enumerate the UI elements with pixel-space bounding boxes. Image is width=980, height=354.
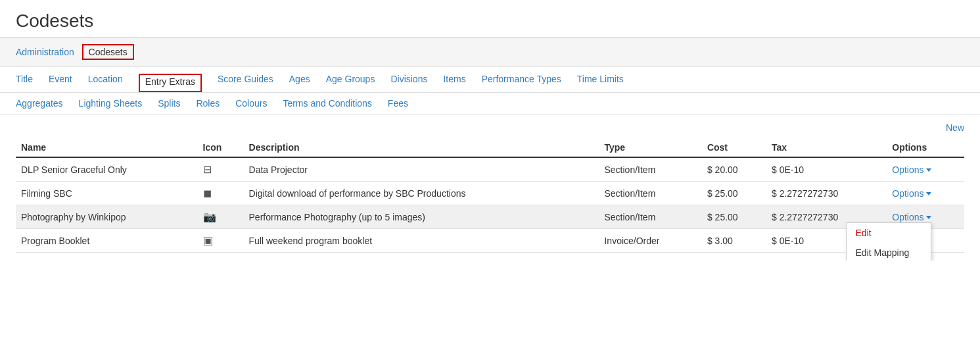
page-header: Codesets	[0, 0, 980, 37]
book-icon: ▣	[203, 235, 213, 246]
row-options: Options	[887, 182, 964, 205]
row-icon: 📷	[198, 205, 244, 229]
tab-colours[interactable]: Colours	[235, 98, 267, 114]
nav-row2: Aggregates Lighting Sheets Splits Roles …	[0, 93, 980, 114]
row-type: Section/Item	[599, 182, 701, 205]
tab-time-limits[interactable]: Time Limits	[577, 74, 624, 92]
table-row: DLP Senior Graceful Only ⊟ Data Projecto…	[16, 157, 964, 182]
row-cost: $ 25.00	[702, 182, 766, 205]
table-header-row: Name Icon Description Type Cost Tax Opti…	[16, 138, 964, 157]
row-type: Invoice/Order	[599, 229, 701, 253]
tab-roles[interactable]: Roles	[196, 98, 220, 114]
tab-location[interactable]: Location	[88, 74, 123, 92]
breadcrumb-separator	[77, 47, 80, 57]
row-description: Digital download of performance by SBC P…	[244, 182, 599, 205]
tab-age-groups[interactable]: Age Groups	[326, 74, 375, 92]
tab-aggregates[interactable]: Aggregates	[16, 98, 63, 114]
row-cost: $ 3.00	[702, 229, 766, 253]
options-button[interactable]: Options	[892, 212, 931, 222]
col-options: Options	[887, 138, 964, 157]
row-name: Photography by Winkipop	[16, 205, 198, 229]
content-area: New Name Icon Description Type Cost Tax …	[0, 114, 980, 261]
tab-terms[interactable]: Terms and Conditions	[283, 98, 371, 114]
tab-splits[interactable]: Splits	[158, 98, 180, 114]
breadcrumb-current: Codesets	[82, 44, 134, 60]
col-description: Description	[244, 138, 599, 157]
caret-icon	[926, 216, 931, 219]
row-type: Section/Item	[599, 157, 701, 182]
col-tax: Tax	[766, 138, 887, 157]
breadcrumb-admin-link[interactable]: Administration	[16, 47, 74, 57]
row-description: Data Projector	[244, 157, 599, 182]
tab-lighting-sheets[interactable]: Lighting Sheets	[79, 98, 143, 114]
codesets-table: Name Icon Description Type Cost Tax Opti…	[16, 138, 964, 253]
row-tax: $ 0E-10	[766, 157, 887, 182]
row-cost: $ 25.00	[702, 205, 766, 229]
row-type: Section/Item	[599, 205, 701, 229]
new-link-row: New	[16, 122, 964, 133]
row-name: DLP Senior Graceful Only	[16, 157, 198, 182]
table-row: Photography by Winkipop 📷 Performance Ph…	[16, 205, 964, 229]
film-icon: ⊟	[203, 164, 212, 175]
row-name: Program Booklet	[16, 229, 198, 253]
row-tax: $ 2.2727272730	[766, 182, 887, 205]
page-title: Codesets	[16, 11, 964, 32]
options-button[interactable]: Options	[892, 188, 931, 199]
tab-entry-extras[interactable]: Entry Extras	[139, 74, 202, 92]
row-description: Full weekend program booklet	[244, 229, 599, 253]
tab-performance-types[interactable]: Performance Types	[482, 74, 561, 92]
row-name: Filming SBC	[16, 182, 198, 205]
nav-row1: Title Event Location Entry Extras Score …	[0, 67, 980, 93]
col-cost: Cost	[702, 138, 766, 157]
breadcrumb: Administration Codesets	[0, 38, 980, 67]
caret-icon	[926, 168, 931, 172]
tab-event[interactable]: Event	[49, 74, 72, 92]
tab-fees[interactable]: Fees	[388, 98, 408, 114]
row-cost: $ 20.00	[702, 157, 766, 182]
row-options: Options	[887, 157, 964, 182]
new-link[interactable]: New	[946, 122, 964, 133]
edit-mapping-option[interactable]: Edit Mapping	[847, 243, 931, 261]
tab-items[interactable]: Items	[443, 74, 465, 92]
row-icon: ▣	[198, 229, 244, 253]
row-description: Performance Photography (up to 5 images)	[244, 205, 599, 229]
tab-score-guides[interactable]: Score Guides	[218, 74, 273, 92]
col-type: Type	[599, 138, 701, 157]
tab-ages[interactable]: Ages	[289, 74, 310, 92]
caret-icon	[926, 192, 931, 195]
row-icon: ⊟	[198, 157, 244, 182]
options-dropdown[interactable]: Options Edit Edit Mapping Delete	[892, 212, 931, 222]
row-icon: ◼	[198, 182, 244, 205]
tab-title[interactable]: Title	[16, 74, 33, 92]
table-row: Program Booklet ▣ Full weekend program b…	[16, 229, 964, 253]
row-options: Options Edit Edit Mapping Delete	[887, 205, 964, 229]
col-name: Name	[16, 138, 198, 157]
table-row: Filming SBC ◼ Digital download of perfor…	[16, 182, 964, 205]
col-icon: Icon	[198, 138, 244, 157]
video-icon: ◼	[203, 188, 212, 199]
options-button[interactable]: Options	[892, 164, 931, 175]
edit-option[interactable]: Edit	[847, 223, 931, 243]
camera-icon: 📷	[203, 211, 216, 222]
dropdown-menu: Edit Edit Mapping Delete	[846, 222, 931, 261]
tab-divisions[interactable]: Divisions	[390, 74, 427, 92]
